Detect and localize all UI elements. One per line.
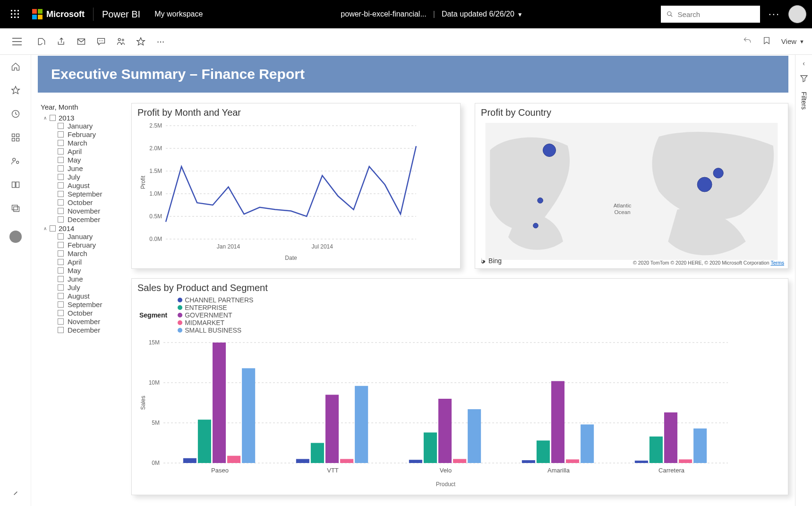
checkbox[interactable] <box>58 242 64 248</box>
slicer-month[interactable]: September <box>58 300 123 309</box>
checkbox[interactable] <box>58 276 64 282</box>
checkbox[interactable] <box>58 208 64 214</box>
report-name[interactable]: power-bi-excel-financial... <box>341 10 426 18</box>
svg-rect-30 <box>13 207 19 212</box>
date-slicer[interactable]: Year, Month ∧2013JanuaryFebruaryMarchApr… <box>38 103 123 495</box>
avatar[interactable] <box>788 5 806 23</box>
checkbox[interactable] <box>50 115 56 121</box>
slicer-month[interactable]: February <box>58 130 123 138</box>
view-dropdown[interactable]: View▼ <box>781 37 804 45</box>
recent-icon[interactable] <box>10 109 21 119</box>
slicer-month[interactable]: May <box>58 156 123 164</box>
svg-rect-83 <box>551 381 564 463</box>
checkbox[interactable] <box>58 259 64 265</box>
slicer-month[interactable]: October <box>58 309 123 317</box>
slicer-month[interactable]: August <box>58 181 123 189</box>
shared-icon[interactable] <box>10 156 21 166</box>
checkbox[interactable] <box>58 191 64 197</box>
search-input[interactable] <box>678 10 754 18</box>
apps-icon[interactable] <box>10 132 21 143</box>
my-workspace-icon[interactable] <box>9 231 22 243</box>
legend-item[interactable]: MIDMARKET <box>178 319 253 326</box>
legend-item[interactable]: ENTERPRISE <box>178 304 253 311</box>
favorites-nav-icon[interactable] <box>10 85 21 95</box>
search-box[interactable] <box>661 6 760 23</box>
teams-icon[interactable] <box>116 37 126 46</box>
more-icon[interactable]: ··· <box>156 37 165 46</box>
profit-by-country-card[interactable]: Profit by Country Atlantic Ocean <box>475 103 788 269</box>
app-launcher-icon[interactable] <box>6 5 25 24</box>
legend-item[interactable]: GOVERNMENT <box>178 311 253 319</box>
sales-by-product-card[interactable]: Sales by Product and Segment Segment CHA… <box>131 278 788 495</box>
checkbox[interactable] <box>58 148 64 154</box>
file-icon[interactable] <box>37 37 46 46</box>
slicer-month[interactable]: May <box>58 266 123 274</box>
search-icon <box>667 10 673 18</box>
checkbox[interactable] <box>58 131 64 137</box>
checkbox[interactable] <box>58 140 64 146</box>
filters-pane-collapsed[interactable]: ‹ Filters <box>795 55 812 506</box>
checkbox[interactable] <box>58 123 64 129</box>
share-icon[interactable] <box>57 37 66 46</box>
slicer-month[interactable]: December <box>58 215 123 223</box>
slicer-month[interactable]: March <box>58 249 123 257</box>
workspaces-icon[interactable] <box>10 203 21 214</box>
slicer-month[interactable]: January <box>58 122 123 130</box>
slicer-month[interactable]: October <box>58 198 123 206</box>
slicer-month[interactable]: June <box>58 164 123 172</box>
slicer-month[interactable]: September <box>58 190 123 198</box>
bing-logo: Bing <box>480 257 502 265</box>
email-icon[interactable] <box>77 37 86 46</box>
chevron-left-icon[interactable]: ‹ <box>803 60 805 67</box>
slicer-month[interactable]: December <box>58 326 123 334</box>
checkbox[interactable] <box>50 225 56 232</box>
map-terms-link[interactable]: Terms <box>770 260 784 266</box>
checkbox[interactable] <box>58 310 64 316</box>
product-name[interactable]: Power BI <box>102 9 140 20</box>
checkbox[interactable] <box>58 216 64 223</box>
data-updated-dropdown[interactable]: Data updated 6/26/20▼ <box>442 10 523 18</box>
checkbox[interactable] <box>58 318 64 325</box>
header-center: power-bi-excel-financial... | Data updat… <box>203 10 660 18</box>
home-icon[interactable] <box>10 61 21 72</box>
checkbox[interactable] <box>58 174 64 180</box>
more-options-icon[interactable]: ··· <box>769 8 780 20</box>
checkbox[interactable] <box>58 199 64 206</box>
slicer-month[interactable]: February <box>58 241 123 249</box>
bookmark-icon[interactable] <box>762 36 771 47</box>
legend-item[interactable]: SMALL BUSINESS <box>178 326 253 334</box>
checkbox[interactable] <box>58 284 64 291</box>
slicer-year[interactable]: ∧2013 <box>43 114 123 122</box>
checkbox[interactable] <box>58 267 64 274</box>
checkbox[interactable] <box>58 293 64 299</box>
checkbox[interactable] <box>58 301 64 308</box>
checkbox[interactable] <box>58 250 64 257</box>
slicer-month[interactable]: January <box>58 232 123 240</box>
slicer-month[interactable]: June <box>58 275 123 283</box>
slicer-month[interactable]: March <box>58 139 123 147</box>
checkbox[interactable] <box>58 182 64 189</box>
slicer-month[interactable]: November <box>58 207 123 215</box>
expand-icon[interactable] <box>10 488 21 498</box>
slicer-month[interactable]: July <box>58 283 123 292</box>
checkbox[interactable] <box>58 327 64 333</box>
checkbox[interactable] <box>58 233 64 240</box>
svg-text:0.5M: 0.5M <box>149 213 162 220</box>
slicer-month[interactable]: April <box>58 258 123 266</box>
checkbox[interactable] <box>58 157 64 163</box>
nav-toggle-icon[interactable] <box>8 38 26 45</box>
legend-item[interactable]: CHANNEL PARTNERS <box>178 296 253 304</box>
slicer-month[interactable]: November <box>58 317 123 326</box>
favorite-icon[interactable] <box>136 37 145 46</box>
slicer-month[interactable]: April <box>58 147 123 155</box>
slicer-year[interactable]: ∧2014 <box>43 224 123 232</box>
undo-icon[interactable] <box>743 36 752 47</box>
profit-by-month-card[interactable]: Profit by Month and Year 0.0M0.5M1.0M1.5… <box>131 103 461 269</box>
workspace-name[interactable]: My workspace <box>154 10 203 18</box>
slicer-month[interactable]: July <box>58 173 123 181</box>
slicer-month[interactable]: August <box>58 292 123 300</box>
checkbox[interactable] <box>58 165 64 172</box>
svg-rect-2 <box>17 10 19 11</box>
comment-icon[interactable] <box>96 37 106 46</box>
learn-icon[interactable] <box>10 180 21 190</box>
